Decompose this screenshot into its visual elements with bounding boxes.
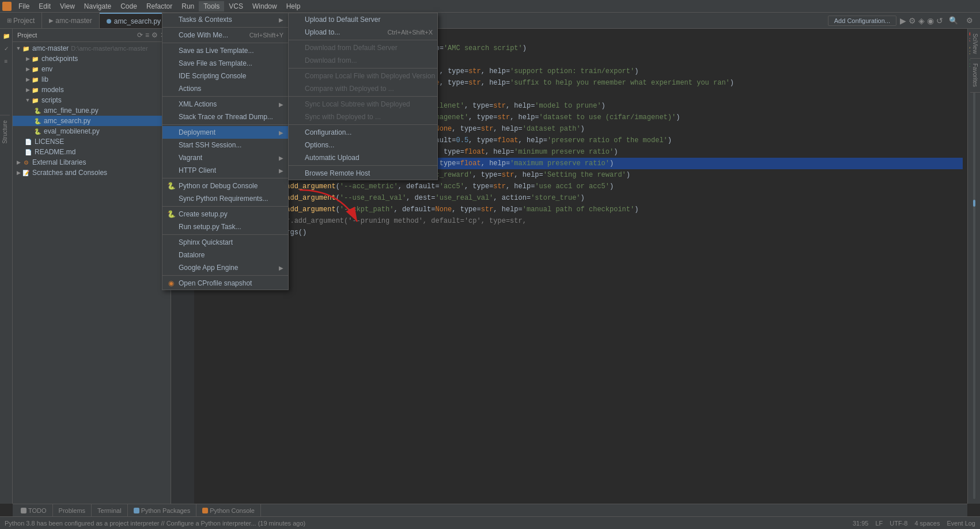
tree-root[interactable]: ▼ 📁 amc-master D:\amc-master\amc-master xyxy=(13,43,171,54)
status-python-info: Python 3.8 has been configured as a proj… xyxy=(5,520,305,527)
status-line-ending[interactable]: LF xyxy=(875,520,883,527)
menu-window[interactable]: Window xyxy=(248,1,282,12)
deploy-sep-1 xyxy=(289,40,437,40)
python-console-tab[interactable]: Python Console xyxy=(196,504,261,516)
options-label: Options... xyxy=(305,141,334,149)
menu-http-client[interactable]: HTTP Client ▶ xyxy=(162,164,288,177)
profile-button[interactable]: ◉ xyxy=(927,16,934,25)
create-setup-label: Create setup.py xyxy=(179,210,228,218)
deploy-browse-remote[interactable]: Browse Remote Host xyxy=(289,167,437,180)
menu-vcs[interactable]: VCS xyxy=(224,1,248,12)
menu-open-cprofile[interactable]: ◉ Open CProfile snapshot xyxy=(162,277,288,290)
menu-actions[interactable]: Actions xyxy=(162,82,288,95)
settings-icon[interactable]: ⚙ xyxy=(964,15,975,26)
menu-save-file-template[interactable]: Save File as Template... xyxy=(162,57,288,70)
tree-readme[interactable]: 📄 README.md xyxy=(13,147,171,157)
tree-scripts[interactable]: ▼ 📁 scripts xyxy=(13,95,171,105)
rerun-button[interactable]: ↺ xyxy=(936,16,943,25)
favorites-tab[interactable]: Favorites xyxy=(970,59,980,92)
menu-create-setup[interactable]: 🐍 Create setup.py xyxy=(162,208,288,220)
sync-with-label: Sync with Deployed to ... xyxy=(305,113,381,121)
tree-license[interactable]: 📄 LICENSE xyxy=(13,136,171,147)
problems-tab[interactable]: Problems xyxy=(53,504,92,516)
save-file-template-label: Save File as Template... xyxy=(179,59,252,67)
create-setup-icon: 🐍 xyxy=(167,210,175,218)
tab-dot xyxy=(107,19,111,24)
menu-code-with-me[interactable]: Code With Me... Ctrl+Shift+Y xyxy=(162,29,288,41)
deploy-upload-default[interactable]: Upload to Default Server xyxy=(289,13,437,26)
project-tab[interactable]: ⊞ Project xyxy=(0,13,42,28)
deployment-submenu: Upload to Default Server Upload to... Ct… xyxy=(288,13,438,180)
menu-navigate[interactable]: Navigate xyxy=(80,1,116,12)
menu-xml-actions[interactable]: XML Actions ▶ xyxy=(162,98,288,111)
tree-amc-search[interactable]: 🐍 amc_search.py xyxy=(13,116,171,126)
tree-external-libs[interactable]: ▶ ⚙ External Libraries xyxy=(13,157,171,168)
sidebar-settings-icon[interactable]: ⚙ xyxy=(152,31,158,39)
status-indent[interactable]: 4 spaces xyxy=(914,520,940,527)
menu-sep-4 xyxy=(162,124,288,125)
right-sidebar: 🔴 3 ⚠ 14 ✓ 17 xyxy=(967,29,980,504)
search-icon[interactable]: 🔍 xyxy=(947,15,960,26)
deploy-upload-to[interactable]: Upload to... Ctrl+Alt+Shift+X xyxy=(289,26,437,39)
tree-scratches[interactable]: ▶ 📝 Scratches and Consoles xyxy=(13,168,171,178)
menu-view[interactable]: View xyxy=(55,1,80,12)
python-pkg-icon xyxy=(134,508,139,513)
deploy-automatic-upload[interactable]: Automatic Upload xyxy=(289,151,437,164)
status-encoding[interactable]: UTF-8 xyxy=(890,520,907,527)
menu-code[interactable]: Code xyxy=(116,1,142,12)
download-from-label: Download from... xyxy=(305,56,357,64)
run-button[interactable]: ▶ xyxy=(900,16,906,25)
menu-deployment[interactable]: Deployment ▶ xyxy=(162,126,288,139)
tree-lib[interactable]: ▶ 📁 lib xyxy=(13,74,171,85)
tree-root-label: amc-master xyxy=(32,44,69,52)
menu-help[interactable]: Help xyxy=(282,1,305,12)
python-packages-tab[interactable]: Python Packages xyxy=(128,504,197,516)
menu-edit[interactable]: Edit xyxy=(34,1,55,12)
menu-run-setup-task[interactable]: Run setup.py Task... xyxy=(162,220,288,233)
menu-file[interactable]: File xyxy=(14,1,34,12)
debug-button[interactable]: ⚙ xyxy=(909,16,916,25)
project-icon[interactable]: 📁 xyxy=(2,31,11,40)
structure-tab[interactable]: Structure xyxy=(0,115,10,149)
sidebar-sync-icon[interactable]: ⟳ xyxy=(137,31,143,39)
tree-eval-mobilenet[interactable]: 🐍 eval_mobilenet.py xyxy=(13,126,171,136)
deploy-options[interactable]: Options... xyxy=(289,139,437,151)
sciview-tab[interactable]: SciView xyxy=(970,29,980,59)
tree-env[interactable]: ▶ 📁 env xyxy=(13,64,171,74)
todo-tab[interactable]: TODO xyxy=(15,504,53,516)
tree-amc-fine-tune[interactable]: 🐍 amc_fine_tune.py xyxy=(13,105,171,116)
menu-google-app-engine[interactable]: Google App Engine ▶ xyxy=(162,261,288,274)
menu-ide-scripting[interactable]: IDE Scripting Console xyxy=(162,70,288,82)
tasks-arrow-icon: ▶ xyxy=(279,17,283,23)
breadcrumb-root[interactable]: ▶ amc-master xyxy=(42,13,99,28)
auto-upload-label: Automatic Upload xyxy=(305,154,360,162)
tree-models[interactable]: ▶ 📁 models xyxy=(13,85,171,95)
upload-to-label: Upload to... xyxy=(305,28,340,36)
terminal-tab[interactable]: Terminal xyxy=(92,504,128,516)
menu-save-live-template[interactable]: Save as Live Template... xyxy=(162,44,288,57)
tree-checkpoints[interactable]: ▶ 📁 checkpoints xyxy=(13,54,171,64)
menu-sync-requirements[interactable]: Sync Python Requirements... xyxy=(162,192,288,205)
menu-stack-trace[interactable]: Stack Trace or Thread Dump... xyxy=(162,111,288,123)
sidebar-collapse-icon[interactable]: ≡ xyxy=(145,31,149,39)
add-config-button[interactable]: Add Configuration... xyxy=(828,16,896,26)
menu-refactor[interactable]: Refactor xyxy=(142,1,177,12)
commit-icon[interactable]: ✓ xyxy=(2,44,11,53)
coverage-button[interactable]: ◈ xyxy=(918,16,925,25)
menu-python-debug-console[interactable]: 🐍 Python or Debug Console xyxy=(162,180,288,192)
deploy-configuration[interactable]: Configuration... xyxy=(289,126,437,139)
line-ending-text: LF xyxy=(875,520,883,527)
menu-vagrant[interactable]: Vagrant ▶ xyxy=(162,151,288,164)
menu-run[interactable]: Run xyxy=(177,1,199,12)
status-bar: Python 3.8 has been configured as a proj… xyxy=(0,516,980,529)
menu-tasks-contexts[interactable]: Tasks & Contexts ▶ xyxy=(162,13,288,26)
http-client-label: HTTP Client xyxy=(179,166,216,174)
status-event-log[interactable]: Event Log xyxy=(947,520,975,527)
scroll-thumb[interactable] xyxy=(973,200,975,207)
menu-sphinx-quickstart[interactable]: Sphinx Quickstart xyxy=(162,236,288,249)
menu-tools[interactable]: Tools xyxy=(199,1,224,12)
branch-name: amc-master xyxy=(55,17,92,25)
menu-start-ssh[interactable]: Start SSH Session... xyxy=(162,139,288,151)
structure-icon[interactable]: ≡ xyxy=(2,56,11,66)
menu-datalore[interactable]: Datalore xyxy=(162,249,288,261)
